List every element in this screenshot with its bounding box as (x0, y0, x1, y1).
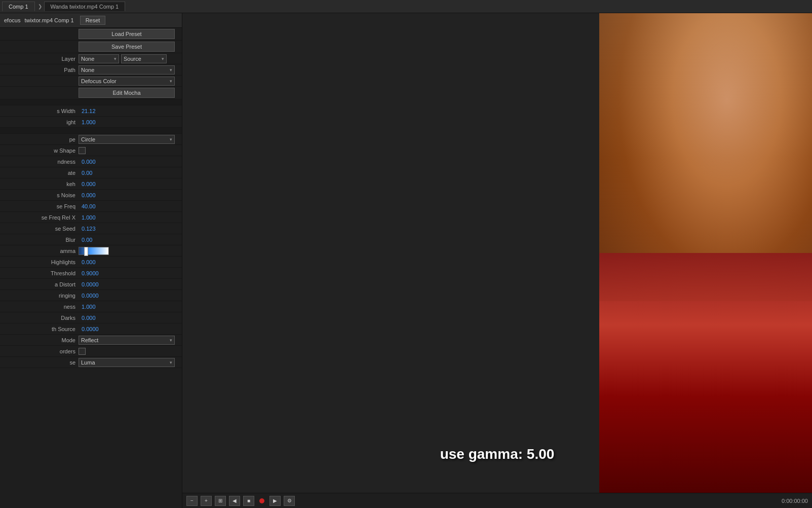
ness-value[interactable]: 1.000 (79, 303, 182, 311)
main-layout: efocus twixtor.mp4 Comp 1 Reset Load Pre… (0, 13, 812, 508)
ndness-value[interactable]: 0.000 (79, 158, 182, 166)
se-freq-value[interactable]: 40.00 (79, 202, 182, 210)
se-freq-rel-x-value[interactable]: 1.000 (79, 213, 182, 222)
reset-button[interactable]: Reset (80, 16, 106, 25)
s-noise-label: s Noise (0, 191, 79, 199)
chevron-down-icon: ▾ (114, 56, 117, 61)
path-row: Path None ▾ (0, 64, 182, 76)
zoom-out-button[interactable]: − (186, 496, 198, 506)
stop-button[interactable]: ■ (243, 496, 254, 506)
pe-dropdown[interactable]: Circle ▾ (79, 135, 175, 144)
path-label: Path (0, 66, 79, 74)
tab-wanda[interactable]: Wanda twixtor.mp4 Comp 1 (44, 2, 126, 11)
layer-source-dropdown[interactable]: Source ▾ (121, 54, 167, 63)
chevron-down-icon: ▾ (170, 338, 172, 343)
layer-label: Layer (0, 55, 79, 63)
layer-none-dropdown[interactable]: None ▾ (79, 54, 119, 63)
darks-row: Darks 0.000 (0, 312, 182, 323)
ndness-label: ndness (0, 158, 79, 166)
s-noise-row: s Noise 0.000 (0, 190, 182, 201)
ringing-value[interactable]: 0.0000 (79, 292, 182, 300)
record-indicator (259, 498, 264, 503)
tab-comp1[interactable]: Comp 1 (2, 2, 35, 11)
darks-value[interactable]: 0.000 (79, 314, 182, 322)
se-seed-value[interactable]: 0.123 (79, 225, 182, 233)
se-freq-label: se Freq (0, 202, 79, 210)
edit-mocha-button[interactable]: Edit Mocha (79, 88, 175, 98)
ate-value[interactable]: 0.00 (79, 169, 182, 177)
gamma-overlay-text: use gamma: 5.00 (440, 446, 555, 462)
threshold-value[interactable]: 0.9000 (79, 269, 182, 277)
s-width-value[interactable]: 21.12 (79, 107, 182, 115)
s-noise-value[interactable]: 0.000 (79, 191, 182, 199)
se-freq-rel-x-row: se Freq Rel X 1.000 (0, 212, 182, 223)
left-panel: efocus twixtor.mp4 Comp 1 Reset Load Pre… (0, 13, 182, 508)
chevron-down-icon: ▾ (170, 67, 172, 72)
orders-row: orders (0, 346, 182, 357)
ight-value[interactable]: 1.000 (79, 118, 182, 126)
ness-row: ness 1.000 (0, 301, 182, 312)
a-distort-label: a Distort (0, 280, 79, 288)
blur-value[interactable]: 0.00 (79, 236, 182, 244)
defocus-color-dropdown[interactable]: Defocus Color ▾ (79, 77, 175, 86)
layer-row: Layer None ▾ Source ▾ (0, 53, 182, 64)
panel-comp-ref: twixtor.mp4 Comp 1 (24, 17, 73, 23)
play-forward-button[interactable]: ▶ (269, 496, 281, 506)
panel-title-text: efocus (4, 17, 20, 23)
se-row: se Luma ▾ (0, 357, 182, 368)
chevron-down-icon: ▾ (170, 137, 172, 142)
ate-label: ate (0, 169, 79, 177)
settings-button[interactable]: ⚙ (284, 496, 295, 506)
a-distort-row: a Distort 0.0000 (0, 279, 182, 290)
load-preset-button[interactable]: Load Preset (79, 29, 175, 39)
mode-row: Mode Reflect ▾ (0, 335, 182, 346)
se-dropdown[interactable]: Luma ▾ (79, 358, 175, 367)
mocha-row: Edit Mocha (0, 87, 182, 99)
ness-label: ness (0, 303, 79, 311)
amma-row: amma (0, 245, 182, 257)
transport-bar: − + ⊞ ◀ ■ ▶ ⚙ 0:00:00:00 (182, 493, 812, 508)
spacer-2 (0, 128, 182, 134)
ringing-row: ringing 0.0000 (0, 290, 182, 301)
threshold-label: Threshold (0, 269, 79, 277)
tab-separator: ❯ (38, 4, 42, 9)
highlights-row: Highlights 0.000 (0, 257, 182, 268)
se-label: se (0, 358, 79, 367)
portrait-bottom (599, 253, 812, 493)
orders-label: orders (0, 347, 79, 355)
play-back-button[interactable]: ◀ (229, 496, 240, 506)
ight-label: ight (0, 118, 79, 126)
ight-row: ight 1.000 (0, 117, 182, 128)
orders-checkbox[interactable] (79, 348, 86, 355)
w-shape-label: w Shape (0, 147, 79, 155)
th-source-label: th Source (0, 325, 79, 333)
portrait-background (599, 13, 812, 493)
path-dropdown[interactable]: None ▾ (79, 65, 175, 75)
right-area: use gamma: 5.00 − + ⊞ ◀ ■ ▶ ⚙ 0:00:00:00 (182, 13, 812, 508)
keh-value[interactable]: 0.000 (79, 180, 182, 188)
gamma-slider-container (79, 247, 109, 255)
gamma-slider[interactable] (79, 247, 109, 255)
gamma-slider-thumb (84, 247, 88, 256)
preview-area: use gamma: 5.00 (182, 13, 812, 493)
a-distort-value[interactable]: 0.0000 (79, 280, 182, 288)
chevron-down-icon: ▾ (162, 56, 164, 61)
darks-label: Darks (0, 314, 79, 322)
panel-title: efocus twixtor.mp4 Comp 1 Reset (0, 13, 182, 28)
portrait-area (599, 13, 812, 493)
s-width-row: s Width 21.12 (0, 105, 182, 117)
ringing-label: ringing (0, 292, 79, 300)
w-shape-checkbox[interactable] (79, 147, 86, 154)
highlights-value[interactable]: 0.000 (79, 258, 182, 266)
se-seed-row: se Seed 0.123 (0, 223, 182, 234)
mode-label: Mode (0, 336, 79, 344)
zoom-in-button[interactable]: + (201, 496, 212, 506)
mode-dropdown[interactable]: Reflect ▾ (79, 336, 175, 345)
th-source-value[interactable]: 0.0000 (79, 325, 182, 333)
ate-row: ate 0.00 (0, 167, 182, 178)
fit-button[interactable]: ⊞ (215, 496, 226, 506)
se-seed-label: se Seed (0, 225, 79, 233)
save-preset-button[interactable]: Save Preset (79, 42, 175, 52)
threshold-row: Threshold 0.9000 (0, 268, 182, 279)
se-freq-row: se Freq 40.00 (0, 201, 182, 212)
